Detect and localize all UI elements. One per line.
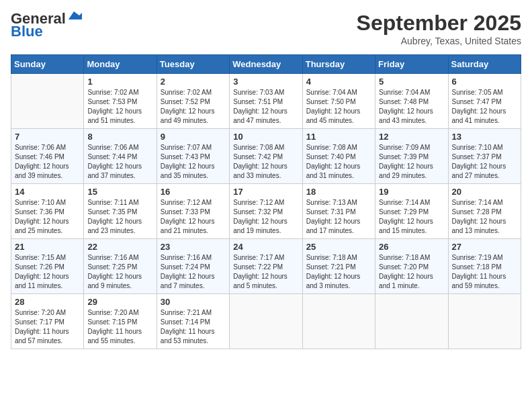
calendar-cell: 13Sunrise: 7:10 AM Sunset: 7:37 PM Dayli…: [448, 129, 521, 184]
day-info: Sunrise: 7:21 AM Sunset: 7:14 PM Dayligh…: [161, 308, 226, 346]
calendar-cell: 7Sunrise: 7:06 AM Sunset: 7:46 PM Daylig…: [11, 129, 84, 184]
day-number: 10: [233, 132, 298, 142]
calendar-cell: 23Sunrise: 7:16 AM Sunset: 7:24 PM Dayli…: [157, 239, 229, 294]
day-number: 28: [15, 297, 80, 307]
calendar-cell: 24Sunrise: 7:17 AM Sunset: 7:22 PM Dayli…: [230, 239, 302, 294]
day-number: 15: [87, 187, 152, 197]
day-info: Sunrise: 7:06 AM Sunset: 7:46 PM Dayligh…: [15, 143, 80, 181]
day-header-saturday: Saturday: [448, 55, 521, 74]
calendar-cell: 25Sunrise: 7:18 AM Sunset: 7:21 PM Dayli…: [302, 239, 375, 294]
calendar-cell: 11Sunrise: 7:08 AM Sunset: 7:40 PM Dayli…: [302, 129, 375, 184]
calendar-cell: [11, 74, 84, 129]
calendar-cell: 21Sunrise: 7:15 AM Sunset: 7:26 PM Dayli…: [11, 239, 84, 294]
day-number: 18: [306, 187, 371, 197]
day-info: Sunrise: 7:14 AM Sunset: 7:29 PM Dayligh…: [379, 198, 444, 236]
page-header: General Blue September 2025 Aubrey, Texa…: [11, 11, 521, 46]
calendar-table: SundayMondayTuesdayWednesdayThursdayFrid…: [11, 54, 521, 349]
day-header-friday: Friday: [375, 55, 448, 74]
day-number: 4: [306, 77, 371, 87]
day-info: Sunrise: 7:12 AM Sunset: 7:33 PM Dayligh…: [161, 198, 226, 236]
day-info: Sunrise: 7:20 AM Sunset: 7:15 PM Dayligh…: [87, 308, 152, 346]
calendar-cell: 12Sunrise: 7:09 AM Sunset: 7:39 PM Dayli…: [375, 129, 448, 184]
day-number: 19: [379, 187, 444, 197]
day-number: 13: [452, 132, 517, 142]
day-info: Sunrise: 7:02 AM Sunset: 7:53 PM Dayligh…: [87, 88, 152, 126]
calendar-cell: 14Sunrise: 7:10 AM Sunset: 7:36 PM Dayli…: [11, 184, 84, 239]
day-header-thursday: Thursday: [302, 55, 375, 74]
calendar-cell: 22Sunrise: 7:16 AM Sunset: 7:25 PM Dayli…: [84, 239, 157, 294]
calendar-week-row: 28Sunrise: 7:20 AM Sunset: 7:17 PM Dayli…: [11, 294, 521, 349]
day-info: Sunrise: 7:16 AM Sunset: 7:25 PM Dayligh…: [87, 253, 152, 291]
day-number: 22: [87, 242, 152, 252]
day-info: Sunrise: 7:04 AM Sunset: 7:50 PM Dayligh…: [306, 88, 371, 126]
calendar-cell: 6Sunrise: 7:05 AM Sunset: 7:47 PM Daylig…: [448, 74, 521, 129]
day-info: Sunrise: 7:02 AM Sunset: 7:52 PM Dayligh…: [161, 88, 226, 126]
calendar-cell: [448, 294, 521, 349]
calendar-header-row: SundayMondayTuesdayWednesdayThursdayFrid…: [11, 55, 521, 74]
calendar-cell: [230, 294, 302, 349]
day-info: Sunrise: 7:14 AM Sunset: 7:28 PM Dayligh…: [452, 198, 517, 236]
calendar-week-row: 7Sunrise: 7:06 AM Sunset: 7:46 PM Daylig…: [11, 129, 521, 184]
svg-marker-0: [69, 11, 82, 19]
day-number: 17: [233, 187, 298, 197]
day-info: Sunrise: 7:18 AM Sunset: 7:20 PM Dayligh…: [379, 253, 444, 291]
day-number: 26: [379, 242, 444, 252]
calendar-week-row: 14Sunrise: 7:10 AM Sunset: 7:36 PM Dayli…: [11, 184, 521, 239]
location: Aubrey, Texas, United States: [357, 36, 521, 46]
title-block: September 2025 Aubrey, Texas, United Sta…: [357, 11, 521, 46]
day-info: Sunrise: 7:18 AM Sunset: 7:21 PM Dayligh…: [306, 253, 371, 291]
day-number: 12: [379, 132, 444, 142]
calendar-cell: 26Sunrise: 7:18 AM Sunset: 7:20 PM Dayli…: [375, 239, 448, 294]
day-info: Sunrise: 7:11 AM Sunset: 7:35 PM Dayligh…: [87, 198, 152, 236]
day-info: Sunrise: 7:08 AM Sunset: 7:42 PM Dayligh…: [233, 143, 298, 181]
day-number: 14: [15, 187, 80, 197]
calendar-cell: 1Sunrise: 7:02 AM Sunset: 7:53 PM Daylig…: [84, 74, 157, 129]
day-number: 27: [452, 242, 517, 252]
calendar-week-row: 21Sunrise: 7:15 AM Sunset: 7:26 PM Dayli…: [11, 239, 521, 294]
day-number: 16: [161, 187, 226, 197]
day-header-wednesday: Wednesday: [230, 55, 302, 74]
day-info: Sunrise: 7:20 AM Sunset: 7:17 PM Dayligh…: [15, 308, 80, 346]
calendar-cell: 29Sunrise: 7:20 AM Sunset: 7:15 PM Dayli…: [84, 294, 157, 349]
calendar-cell: [302, 294, 375, 349]
day-header-monday: Monday: [84, 55, 157, 74]
day-info: Sunrise: 7:03 AM Sunset: 7:51 PM Dayligh…: [233, 88, 298, 126]
day-number: 8: [87, 132, 152, 142]
logo-blue: Blue: [11, 23, 43, 40]
day-info: Sunrise: 7:09 AM Sunset: 7:39 PM Dayligh…: [379, 143, 444, 181]
day-info: Sunrise: 7:15 AM Sunset: 7:26 PM Dayligh…: [15, 253, 80, 291]
day-number: 29: [87, 297, 152, 307]
calendar-cell: 3Sunrise: 7:03 AM Sunset: 7:51 PM Daylig…: [230, 74, 302, 129]
calendar-cell: 2Sunrise: 7:02 AM Sunset: 7:52 PM Daylig…: [157, 74, 229, 129]
day-number: 2: [161, 77, 226, 87]
month-title: September 2025: [357, 11, 521, 36]
day-number: 3: [233, 77, 298, 87]
day-number: 30: [161, 297, 226, 307]
calendar-cell: 4Sunrise: 7:04 AM Sunset: 7:50 PM Daylig…: [302, 74, 375, 129]
day-info: Sunrise: 7:07 AM Sunset: 7:43 PM Dayligh…: [161, 143, 226, 181]
day-number: 24: [233, 242, 298, 252]
calendar-cell: 19Sunrise: 7:14 AM Sunset: 7:29 PM Dayli…: [375, 184, 448, 239]
logo: General Blue: [11, 11, 82, 40]
calendar-week-row: 1Sunrise: 7:02 AM Sunset: 7:53 PM Daylig…: [11, 74, 521, 129]
day-header-sunday: Sunday: [11, 55, 84, 74]
calendar-cell: 17Sunrise: 7:12 AM Sunset: 7:32 PM Dayli…: [230, 184, 302, 239]
day-info: Sunrise: 7:05 AM Sunset: 7:47 PM Dayligh…: [452, 88, 517, 126]
day-info: Sunrise: 7:04 AM Sunset: 7:48 PM Dayligh…: [379, 88, 444, 126]
calendar-cell: 9Sunrise: 7:07 AM Sunset: 7:43 PM Daylig…: [157, 129, 229, 184]
calendar-cell: 8Sunrise: 7:06 AM Sunset: 7:44 PM Daylig…: [84, 129, 157, 184]
day-header-tuesday: Tuesday: [157, 55, 229, 74]
calendar-cell: 5Sunrise: 7:04 AM Sunset: 7:48 PM Daylig…: [375, 74, 448, 129]
day-number: 23: [161, 242, 226, 252]
day-number: 7: [15, 132, 80, 142]
day-info: Sunrise: 7:13 AM Sunset: 7:31 PM Dayligh…: [306, 198, 371, 236]
calendar-cell: 20Sunrise: 7:14 AM Sunset: 7:28 PM Dayli…: [448, 184, 521, 239]
day-number: 11: [306, 132, 371, 142]
day-number: 6: [452, 77, 517, 87]
day-number: 20: [452, 187, 517, 197]
day-info: Sunrise: 7:19 AM Sunset: 7:18 PM Dayligh…: [452, 253, 517, 291]
logo-icon: [67, 10, 82, 22]
day-info: Sunrise: 7:12 AM Sunset: 7:32 PM Dayligh…: [233, 198, 298, 236]
day-number: 5: [379, 77, 444, 87]
day-number: 25: [306, 242, 371, 252]
